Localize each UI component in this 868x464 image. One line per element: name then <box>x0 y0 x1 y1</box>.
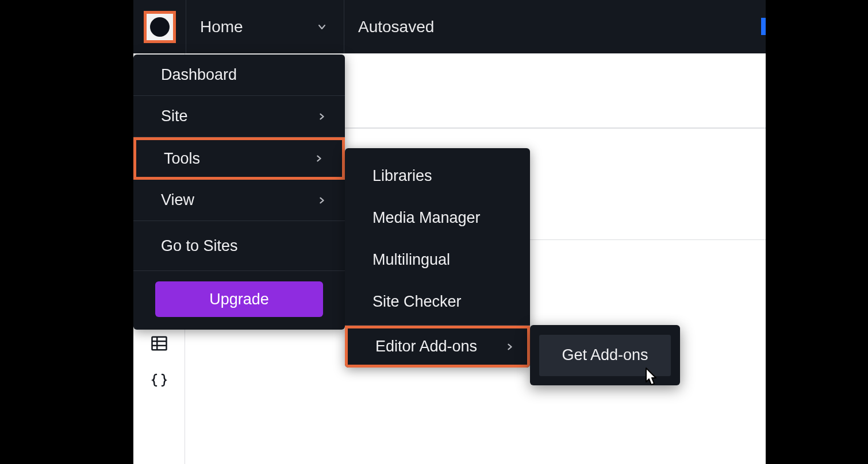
svg-rect-0 <box>152 337 166 350</box>
upgrade-button[interactable]: Upgrade <box>155 281 323 317</box>
submenu-label: Media Manager <box>372 209 481 227</box>
submenu-item-media-manager[interactable]: Media Manager <box>345 197 530 239</box>
menu-item-tools[interactable]: Tools <box>133 137 345 180</box>
tools-submenu: Libraries Media Manager Multilingual Sit… <box>345 148 530 368</box>
upgrade-wrap: Upgrade <box>133 270 345 330</box>
addons-submenu: Get Add-ons <box>530 325 680 385</box>
preview-edge-icon <box>761 18 766 35</box>
chevron-right-icon <box>505 342 514 351</box>
chevron-down-icon <box>317 22 327 32</box>
upgrade-label: Upgrade <box>209 291 269 308</box>
menu-item-view[interactable]: View <box>133 180 345 221</box>
logo-button[interactable] <box>133 0 186 53</box>
menu-label: Dashboard <box>161 66 237 84</box>
submenu-item-get-addons[interactable]: Get Add-ons <box>539 335 671 376</box>
menu-item-site[interactable]: Site <box>133 96 345 137</box>
grid-icon[interactable] <box>151 335 168 352</box>
page-selector[interactable]: Home <box>186 0 344 53</box>
chevron-right-icon <box>314 154 324 163</box>
submenu-label: Libraries <box>372 167 432 185</box>
menu-label: View <box>161 191 194 209</box>
chevron-right-icon <box>317 112 327 121</box>
main-menu: Dashboard Site Tools View Go to Sites Up… <box>133 55 345 330</box>
logo-icon <box>144 11 176 43</box>
menu-label: Site <box>161 107 188 125</box>
menu-label: Tools <box>164 150 200 168</box>
submenu-label: Editor Add-ons <box>375 338 477 355</box>
save-status-label: Autosaved <box>358 18 434 36</box>
submenu-label: Get Add-ons <box>562 346 648 364</box>
top-bar: Home Autosaved <box>133 0 766 53</box>
submenu-label: Multilingual <box>372 251 450 269</box>
submenu-item-multilingual[interactable]: Multilingual <box>345 239 530 281</box>
submenu-label: Site Checker <box>372 293 462 311</box>
chevron-right-icon <box>317 196 327 205</box>
page-selector-label: Home <box>200 18 243 36</box>
menu-item-go-to-sites[interactable]: Go to Sites <box>133 221 345 270</box>
save-status: Autosaved <box>344 0 766 53</box>
menu-item-dashboard[interactable]: Dashboard <box>133 55 345 96</box>
menu-label: Go to Sites <box>161 237 238 255</box>
submenu-item-libraries[interactable]: Libraries <box>345 155 530 197</box>
code-braces-icon[interactable] <box>151 372 168 389</box>
submenu-item-editor-addons[interactable]: Editor Add-ons <box>345 326 530 368</box>
submenu-item-site-checker[interactable]: Site Checker <box>345 281 530 323</box>
